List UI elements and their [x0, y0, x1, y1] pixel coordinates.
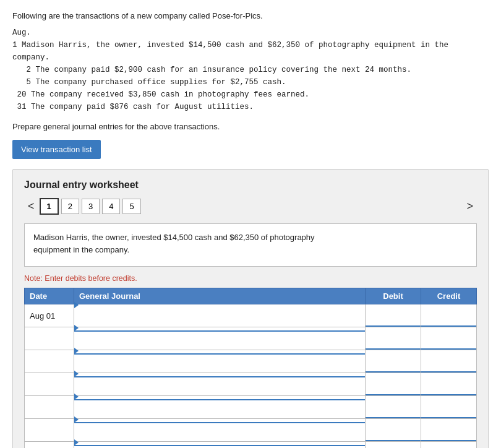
debit-input-2[interactable] [366, 327, 421, 350]
journal-input-1[interactable] [74, 309, 365, 332]
journal-input-2[interactable] [74, 332, 365, 355]
debit-cell-4[interactable] [366, 373, 421, 396]
journal-entry-worksheet: Journal entry worksheet < 1 2 3 4 5 > Ma… [12, 169, 489, 448]
tab-4[interactable]: 4 [102, 199, 120, 214]
col-header-debit: Debit [366, 288, 421, 304]
intro-title: Following are the transactions of a new … [12, 11, 489, 20]
credit-cell-4[interactable] [421, 373, 477, 396]
transaction-3: 5 The company purchased office supplies … [12, 76, 489, 88]
debit-input-7[interactable] [366, 442, 421, 448]
view-transaction-list-button[interactable]: View transaction list [12, 140, 101, 159]
debit-cell-7[interactable] [366, 442, 421, 449]
transaction-2: 2 The company paid $2,900 cash for an in… [12, 64, 489, 76]
journal-table: Date General Journal Debit Credit Aug 01 [24, 288, 477, 448]
col-header-date: Date [25, 288, 74, 304]
credit-input-5[interactable] [421, 396, 476, 418]
journal-input-4[interactable] [74, 378, 365, 400]
debit-input-6[interactable] [366, 419, 421, 441]
col-header-general-journal: General Journal [74, 288, 366, 304]
debit-cell-3[interactable] [366, 350, 421, 373]
transaction-4: 20 The company received $3,850 cash in p… [12, 88, 489, 101]
table-row: Aug 01 [25, 304, 477, 327]
credit-input-3[interactable] [421, 350, 476, 373]
date-cell-6 [25, 419, 74, 442]
debit-cell-5[interactable] [366, 396, 421, 419]
credit-input-6[interactable] [421, 419, 476, 441]
debit-cell-6[interactable] [366, 419, 421, 442]
transaction-5: 31 The company paid $876 cash for August… [12, 101, 489, 113]
note-text: Note: Enter debits before credits. [24, 274, 477, 283]
credit-input-4[interactable] [421, 373, 476, 395]
credit-cell-5[interactable] [421, 396, 477, 419]
debit-input-1[interactable] [366, 304, 421, 327]
next-tab-button[interactable]: > [463, 200, 477, 213]
journal-input-3[interactable] [74, 355, 365, 377]
worksheet-title: Journal entry worksheet [24, 179, 477, 191]
transaction-1: 1 Madison Harris, the owner, invested $1… [12, 39, 489, 64]
credit-input-7[interactable] [421, 442, 476, 448]
credit-input-1[interactable] [421, 304, 476, 327]
tab-1[interactable]: 1 [40, 198, 59, 215]
debit-input-4[interactable] [366, 373, 421, 395]
journal-cell-1[interactable] [74, 304, 366, 327]
tab-3[interactable]: 3 [82, 199, 100, 214]
credit-cell-7[interactable] [421, 442, 477, 449]
month-label: Aug. [12, 27, 34, 39]
transactions-block: Aug. 1 Madison Harris, the owner, invest… [12, 27, 489, 113]
credit-cell-6[interactable] [421, 419, 477, 442]
transaction-description: Madison Harris, the owner, invested $14,… [24, 223, 477, 267]
col-header-credit: Credit [421, 288, 477, 304]
date-cell-3 [25, 350, 74, 373]
date-cell-1: Aug 01 [25, 304, 74, 327]
prev-tab-button[interactable]: < [24, 200, 38, 213]
tab-2[interactable]: 2 [61, 199, 79, 214]
debit-input-5[interactable] [366, 396, 421, 418]
date-cell-5 [25, 396, 74, 419]
tab-navigation: < 1 2 3 4 5 > [24, 198, 477, 215]
date-cell-2 [25, 327, 74, 350]
journal-input-6[interactable] [74, 424, 365, 446]
credit-cell-1[interactable] [421, 304, 477, 327]
credit-cell-3[interactable] [421, 350, 477, 373]
credit-input-2[interactable] [421, 327, 476, 350]
transaction-entries: 1 Madison Harris, the owner, invested $1… [12, 39, 489, 113]
journal-input-5[interactable] [74, 401, 365, 423]
debit-cell-1[interactable] [366, 304, 421, 327]
debit-input-3[interactable] [366, 350, 421, 373]
debit-cell-2[interactable] [366, 327, 421, 350]
date-cell-4 [25, 373, 74, 396]
credit-cell-2[interactable] [421, 327, 477, 350]
prepare-text: Prepare general journal entries for the … [12, 122, 489, 131]
tab-5[interactable]: 5 [122, 199, 140, 214]
date-cell-7 [25, 442, 74, 449]
